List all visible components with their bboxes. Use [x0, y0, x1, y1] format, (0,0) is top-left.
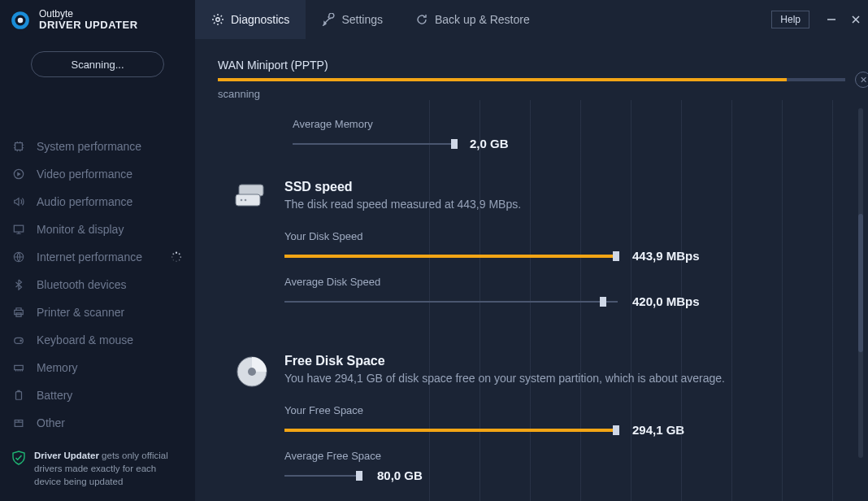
loading-spinner-icon — [171, 251, 182, 263]
svg-point-27 — [241, 199, 243, 202]
tab-bar: Diagnostics Settings Back up & Restore H… — [195, 0, 868, 39]
scan-progress: WAN Miniport (PPTP) ✕ scanning — [195, 39, 868, 100]
section-memory: Average Memory 2,0 GB — [293, 118, 835, 150]
tab-settings[interactable]: Settings — [306, 0, 399, 39]
svg-rect-25 — [236, 194, 260, 206]
window-minimize-button[interactable] — [819, 0, 844, 39]
sidebar-item-label: System performance — [37, 140, 141, 153]
monitor-icon — [12, 223, 25, 236]
sidebar-item-label: Memory — [37, 361, 78, 374]
battery-icon — [12, 389, 25, 402]
mouse-icon — [12, 333, 25, 346]
svg-point-2 — [18, 17, 24, 23]
sidebar-item-label: Other — [37, 416, 65, 429]
brand: Outbyte DRIVER UPDATER — [0, 0, 195, 40]
sidebar-item-label: Battery — [37, 389, 72, 402]
scrollbar[interactable] — [858, 108, 863, 458]
scrollbar-thumb[interactable] — [858, 214, 863, 352]
your-disk-speed-slider — [284, 254, 618, 259]
avg-free-space-slider — [284, 473, 362, 478]
sidebar-item-system-performance[interactable]: System performance — [0, 133, 195, 160]
svg-rect-5 — [14, 226, 23, 233]
sidebar-item-label: Internet performance — [37, 250, 142, 264]
tab-label: Diagnostics — [231, 13, 289, 26]
brand-product: DRIVER UPDATER — [39, 20, 138, 31]
progress-status: scanning — [218, 88, 845, 100]
progress-fill — [218, 78, 787, 81]
sidebar-list: System performance Video performance Aud… — [0, 133, 195, 437]
shield-check-icon — [11, 451, 26, 465]
section-title: Free Disk Space — [284, 354, 835, 368]
svg-point-13 — [171, 257, 173, 259]
disk-icon — [234, 354, 270, 495]
refresh-icon — [415, 13, 428, 26]
metric-value: 443,9 MBps — [632, 249, 700, 263]
ssd-drives-icon — [234, 180, 270, 321]
metric-value: 420,0 MBps — [632, 294, 700, 308]
speaker-icon — [12, 195, 25, 208]
play-circle-icon — [12, 168, 25, 181]
window-close-button[interactable] — [844, 0, 868, 39]
scanning-button[interactable]: Scanning... — [31, 51, 164, 77]
progress-cancel-button[interactable]: ✕ — [855, 72, 868, 88]
tab-label: Settings — [341, 13, 383, 26]
printer-icon — [12, 306, 25, 319]
progress-title: WAN Miniport (PPTP) — [218, 59, 845, 72]
svg-point-22 — [216, 18, 219, 21]
svg-point-7 — [176, 252, 177, 254]
section-title: SSD speed — [284, 180, 835, 194]
avg-memory-slider — [293, 142, 455, 146]
metric-label: Average Disk Speed — [284, 276, 835, 288]
tools-icon — [322, 13, 335, 26]
metric-value: 294,1 GB — [632, 423, 684, 437]
tab-backup-restore[interactable]: Back up & Restore — [399, 0, 546, 39]
svg-point-14 — [172, 254, 174, 255]
bluetooth-icon — [12, 278, 25, 291]
help-button[interactable]: Help — [771, 11, 809, 28]
globe-icon — [12, 250, 25, 264]
sidebar-item-video-performance[interactable]: Video performance — [0, 160, 195, 188]
metric-label: Your Free Space — [284, 404, 835, 416]
sidebar-item-label: Audio performance — [37, 195, 132, 208]
metric-value: 80,0 GB — [377, 468, 423, 482]
sidebar-item-other[interactable]: Other — [0, 409, 195, 437]
progress-bar: ✕ — [218, 78, 845, 81]
sidebar-item-memory[interactable]: Memory — [0, 354, 195, 381]
avg-disk-speed-slider — [284, 299, 618, 304]
footer-text: Driver Updater gets only official driver… — [34, 449, 184, 488]
sidebar: Outbyte DRIVER UPDATER Scanning... Syste… — [0, 0, 195, 501]
sidebar-item-bluetooth-devices[interactable]: Bluetooth devices — [0, 271, 195, 298]
content-area: Average Memory 2,0 GB — [195, 100, 868, 501]
svg-rect-20 — [16, 392, 22, 400]
sidebar-item-printer-scanner[interactable]: Printer & scanner — [0, 298, 195, 326]
section-free-disk-space: Free Disk Space You have 294,1 GB of dis… — [228, 354, 835, 495]
svg-rect-3 — [15, 143, 23, 150]
memory-icon — [12, 361, 25, 374]
main-area: Diagnostics Settings Back up & Restore H… — [195, 0, 868, 501]
svg-point-8 — [179, 254, 180, 255]
sidebar-item-internet-performance[interactable]: Internet performance — [0, 243, 195, 271]
tab-label: Back up & Restore — [435, 13, 530, 26]
sidebar-item-keyboard-mouse[interactable]: Keyboard & mouse — [0, 326, 195, 354]
metric-label: Average Free Space — [284, 450, 835, 462]
sidebar-item-battery[interactable]: Battery — [0, 381, 195, 409]
svg-point-10 — [179, 259, 180, 261]
svg-point-28 — [245, 199, 247, 202]
sidebar-footer: Driver Updater gets only official driver… — [0, 439, 195, 501]
sidebar-item-audio-performance[interactable]: Audio performance — [0, 188, 195, 216]
chip-icon — [12, 140, 25, 153]
svg-point-12 — [173, 259, 174, 260]
svg-point-18 — [20, 341, 21, 342]
metric-value: 2,0 GB — [470, 137, 509, 150]
sidebar-item-label: Printer & scanner — [37, 306, 124, 319]
sidebar-item-label: Keyboard & mouse — [37, 333, 133, 346]
box-icon — [12, 416, 25, 429]
metric-label: Your Disk Speed — [284, 230, 835, 242]
sidebar-item-label: Video performance — [37, 168, 132, 181]
tab-diagnostics[interactable]: Diagnostics — [195, 0, 306, 39]
svg-point-11 — [176, 261, 176, 262]
metric-label: Average Memory — [293, 118, 835, 130]
sidebar-item-label: Bluetooth devices — [37, 278, 127, 291]
sidebar-item-monitor-display[interactable]: Monitor & display — [0, 216, 195, 243]
svg-point-9 — [180, 257, 181, 259]
